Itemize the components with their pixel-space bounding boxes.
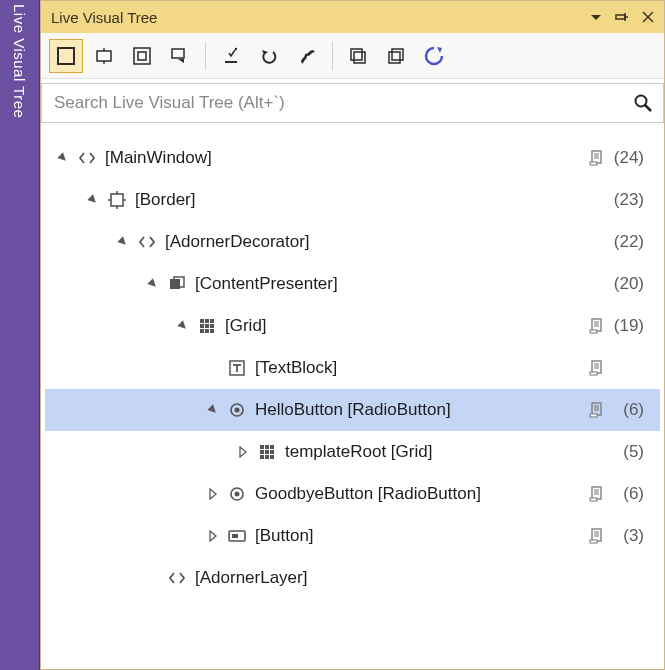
svg-rect-76 — [590, 498, 597, 501]
chevron-right-icon[interactable] — [205, 486, 221, 502]
tree-row[interactable]: HelloButton [RadioButton](6) — [45, 389, 660, 431]
svg-rect-14 — [354, 52, 365, 63]
angle-icon — [77, 148, 97, 168]
tree-row[interactable]: [TextBlock] — [45, 347, 660, 389]
side-tab[interactable]: Live Visual Tree — [0, 0, 40, 670]
toolbar-expand-all-button[interactable] — [341, 39, 375, 73]
panel: Live Visual Tree — [40, 0, 665, 670]
button-icon — [227, 526, 247, 546]
radio-icon — [227, 400, 247, 420]
pin-icon[interactable] — [612, 7, 632, 27]
svg-rect-35 — [200, 324, 204, 328]
tree-row-label: [MainWindow] — [105, 148, 580, 168]
toolbar-preview-button[interactable] — [163, 39, 197, 73]
tree-row-count: (23) — [606, 190, 644, 210]
toolbar-separator — [332, 42, 333, 70]
svg-point-13 — [235, 47, 237, 49]
tree-row[interactable]: [AdornerDecorator](22) — [45, 221, 660, 263]
tree-row[interactable]: [Border](23) — [45, 179, 660, 221]
tree-row-count: (22) — [606, 232, 644, 252]
tree-row-label: [AdornerLayer] — [195, 568, 606, 588]
tree-row-label: [Grid] — [225, 316, 580, 336]
svg-rect-78 — [232, 534, 238, 538]
svg-rect-34 — [210, 319, 214, 323]
textblock-icon — [227, 358, 247, 378]
xaml-doc-icon — [588, 401, 606, 419]
svg-rect-37 — [210, 324, 214, 328]
chevron-right-icon[interactable] — [205, 528, 221, 544]
xaml-doc-icon — [588, 527, 606, 545]
svg-rect-25 — [111, 194, 123, 206]
tree-row[interactable]: [MainWindow](24) — [45, 137, 660, 179]
svg-rect-60 — [590, 414, 597, 417]
tree-row-count: (24) — [606, 148, 644, 168]
titlebar: Live Visual Tree — [41, 1, 664, 33]
toolbar-settings-button[interactable] — [290, 39, 324, 73]
chevron-down-icon[interactable] — [205, 402, 221, 418]
svg-rect-39 — [205, 329, 209, 333]
grid-icon — [257, 442, 277, 462]
chevron-down-icon[interactable] — [85, 192, 101, 208]
tree-row-label: [Border] — [135, 190, 606, 210]
grid-icon — [197, 316, 217, 336]
search-bar — [41, 83, 664, 123]
angle-icon — [167, 568, 187, 588]
toolbar-selection-button[interactable] — [49, 39, 83, 73]
tree-row-count: (20) — [606, 274, 644, 294]
search-input[interactable] — [52, 92, 633, 114]
xaml-doc-icon — [588, 485, 606, 503]
chevron-down-icon[interactable] — [175, 318, 191, 334]
xaml-doc-icon — [588, 149, 606, 167]
toolbar-refresh-button[interactable] — [417, 39, 451, 73]
search-icon[interactable] — [633, 93, 653, 113]
tree-row-count: (19) — [606, 316, 644, 336]
toolbar-goto-button[interactable] — [214, 39, 248, 73]
svg-rect-61 — [260, 445, 264, 449]
chevron-down-icon[interactable] — [145, 276, 161, 292]
svg-line-19 — [645, 105, 651, 111]
border-icon — [107, 190, 127, 210]
chevron-down-icon[interactable] — [55, 150, 71, 166]
tree-row-label: [AdornerDecorator] — [165, 232, 606, 252]
chevron-down-icon[interactable] — [115, 234, 131, 250]
tree-row[interactable]: templateRoot [Grid](5) — [45, 431, 660, 473]
svg-rect-69 — [270, 455, 274, 459]
tree-row[interactable]: [ContentPresenter](20) — [45, 263, 660, 305]
svg-rect-38 — [200, 329, 204, 333]
tree-row-label: templateRoot [Grid] — [285, 442, 606, 462]
xaml-doc-icon — [588, 317, 606, 335]
tree-row[interactable]: [Grid](19) — [45, 305, 660, 347]
svg-rect-5 — [58, 48, 74, 64]
toolbar-layout-adorners-button[interactable] — [87, 39, 121, 73]
svg-rect-24 — [590, 162, 597, 165]
window-menu-icon[interactable] — [586, 7, 606, 27]
svg-rect-65 — [265, 450, 269, 454]
tree: [MainWindow](24)[Border](23)[AdornerDeco… — [41, 123, 664, 669]
toolbar-track-focus-button[interactable] — [125, 39, 159, 73]
svg-rect-64 — [260, 450, 264, 454]
toolbar — [41, 33, 664, 79]
tree-row-count: (3) — [606, 526, 644, 546]
tree-row[interactable]: [AdornerLayer] — [45, 557, 660, 599]
presenter-icon — [167, 274, 187, 294]
svg-rect-0 — [616, 15, 625, 19]
svg-rect-49 — [592, 361, 601, 373]
xaml-doc-icon — [588, 359, 606, 377]
toolbar-collapse-all-button[interactable] — [379, 39, 413, 73]
svg-rect-83 — [590, 540, 597, 543]
tree-row[interactable]: [Button](3) — [45, 515, 660, 557]
svg-rect-67 — [260, 455, 264, 459]
tree-row[interactable]: GoodbyeButton [RadioButton](6) — [45, 473, 660, 515]
tree-row-label: HelloButton [RadioButton] — [255, 400, 580, 420]
close-icon[interactable] — [638, 7, 658, 27]
toolbar-undo-button[interactable] — [252, 39, 286, 73]
chevron-right-icon[interactable] — [235, 444, 251, 460]
svg-rect-53 — [590, 372, 597, 375]
svg-rect-72 — [592, 487, 601, 499]
tree-row-label: GoodbyeButton [RadioButton] — [255, 484, 580, 504]
svg-rect-9 — [134, 48, 150, 64]
svg-rect-56 — [592, 403, 601, 415]
svg-rect-20 — [592, 151, 601, 163]
svg-rect-10 — [138, 52, 146, 60]
svg-rect-41 — [592, 319, 601, 331]
